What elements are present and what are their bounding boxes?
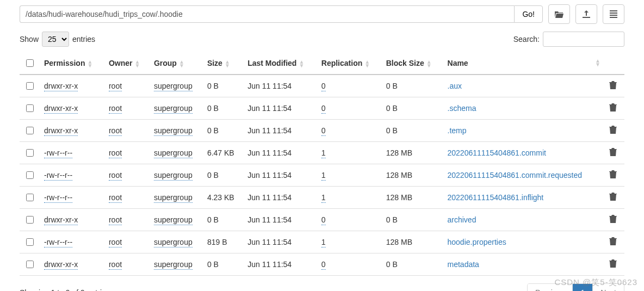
upload-button[interactable]: [575, 4, 597, 24]
replication-cell[interactable]: 1: [321, 171, 326, 181]
view-mode-button[interactable]: [603, 4, 624, 24]
lastmod-cell: Jun 11 11:54: [243, 164, 317, 187]
replication-cell[interactable]: 1: [321, 238, 326, 247]
permission-cell[interactable]: -rw-r--r--: [44, 148, 72, 158]
blocksize-cell: 128 MB: [382, 231, 443, 253]
sort-icon: ▲▼: [299, 60, 304, 67]
replication-cell[interactable]: 1: [321, 193, 326, 203]
page-size-select[interactable]: 25: [42, 32, 69, 47]
row-checkbox[interactable]: [26, 82, 34, 90]
go-button[interactable]: Go!: [514, 5, 543, 23]
replication-cell[interactable]: 0: [321, 260, 326, 270]
col-name[interactable]: Name▲▼: [443, 52, 605, 75]
size-cell: 0 B: [203, 253, 243, 276]
owner-cell[interactable]: root: [109, 171, 122, 181]
search-input[interactable]: [543, 32, 624, 47]
row-checkbox[interactable]: [26, 149, 34, 157]
row-checkbox[interactable]: [26, 171, 34, 179]
name-link[interactable]: 20220611115404861.commit: [448, 148, 546, 157]
sort-icon: ▲▼: [135, 60, 140, 67]
name-link[interactable]: metadata: [448, 260, 479, 269]
owner-cell[interactable]: root: [109, 104, 122, 114]
name-link[interactable]: 20220611115404861.inflight: [448, 193, 544, 202]
col-blocksize[interactable]: Block Size▲▼: [382, 52, 443, 75]
permission-cell[interactable]: -rw-r--r--: [44, 171, 72, 181]
name-link[interactable]: .aux: [448, 82, 462, 90]
trash-icon: [609, 259, 617, 268]
size-cell: 0 B: [203, 120, 243, 142]
group-cell[interactable]: supergroup: [154, 82, 193, 91]
name-link[interactable]: .schema: [448, 104, 476, 113]
replication-cell[interactable]: 0: [321, 104, 326, 114]
row-checkbox[interactable]: [26, 104, 34, 112]
table-row: -rw-r--r--rootsupergroup6.47 KBJun 11 11…: [20, 142, 624, 164]
group-cell[interactable]: supergroup: [154, 148, 193, 158]
group-cell[interactable]: supergroup: [154, 104, 193, 114]
select-all-checkbox[interactable]: [26, 59, 34, 67]
delete-button[interactable]: [609, 215, 617, 223]
owner-cell[interactable]: root: [109, 260, 122, 270]
row-checkbox[interactable]: [26, 194, 34, 201]
owner-cell[interactable]: root: [109, 148, 122, 158]
row-checkbox[interactable]: [26, 238, 34, 246]
trash-icon: [609, 126, 617, 134]
delete-button[interactable]: [609, 126, 617, 134]
name-link[interactable]: hoodie.properties: [448, 238, 506, 246]
col-replication[interactable]: Replication▲▼: [317, 52, 382, 75]
col-permission[interactable]: Permission▲▼: [40, 52, 104, 75]
delete-button[interactable]: [609, 237, 617, 245]
pager-page-1[interactable]: 1: [572, 284, 592, 291]
row-checkbox[interactable]: [26, 127, 34, 134]
group-cell[interactable]: supergroup: [154, 260, 193, 270]
col-group[interactable]: Group▲▼: [150, 52, 203, 75]
group-cell[interactable]: supergroup: [154, 215, 193, 225]
permission-cell[interactable]: -rw-r--r--: [44, 193, 72, 203]
table-row: drwxr-xr-xrootsupergroup0 BJun 11 11:540…: [20, 120, 624, 142]
delete-button[interactable]: [609, 81, 617, 89]
col-lastmod[interactable]: Last Modified▲▼: [243, 52, 317, 75]
lastmod-cell: Jun 11 11:54: [243, 120, 317, 142]
name-link[interactable]: 20220611115404861.commit.requested: [448, 171, 583, 179]
delete-button[interactable]: [609, 193, 617, 201]
sort-icon: ▲▼: [87, 60, 92, 67]
lastmod-cell: Jun 11 11:54: [243, 75, 317, 97]
group-cell[interactable]: supergroup: [154, 238, 193, 247]
replication-cell[interactable]: 0: [321, 215, 326, 225]
col-size[interactable]: Size▲▼: [203, 52, 243, 75]
path-input[interactable]: [20, 5, 514, 23]
delete-button[interactable]: [609, 103, 617, 112]
row-checkbox[interactable]: [26, 216, 34, 224]
trash-icon: [609, 81, 617, 89]
owner-cell[interactable]: root: [109, 238, 122, 247]
group-cell[interactable]: supergroup: [154, 193, 193, 203]
group-cell[interactable]: supergroup: [154, 171, 193, 181]
replication-cell[interactable]: 0: [321, 82, 326, 91]
group-cell[interactable]: supergroup: [154, 126, 193, 136]
permission-cell[interactable]: drwxr-xr-x: [44, 104, 78, 114]
pager-next[interactable]: Next: [592, 284, 624, 291]
permission-cell[interactable]: drwxr-xr-x: [44, 82, 78, 91]
open-folder-button[interactable]: [548, 4, 570, 24]
owner-cell[interactable]: root: [109, 215, 122, 225]
delete-button[interactable]: [609, 259, 617, 268]
pager-previous[interactable]: Previous: [528, 284, 572, 291]
name-link[interactable]: .temp: [448, 126, 467, 135]
permission-cell[interactable]: drwxr-xr-x: [44, 260, 78, 270]
replication-cell[interactable]: 1: [321, 148, 326, 158]
replication-cell[interactable]: 0: [321, 126, 326, 136]
delete-button[interactable]: [609, 170, 617, 178]
size-cell: 0 B: [203, 164, 243, 187]
col-owner[interactable]: Owner▲▼: [104, 52, 150, 75]
folder-open-icon: [555, 10, 564, 18]
row-checkbox[interactable]: [26, 261, 34, 268]
permission-cell[interactable]: drwxr-xr-x: [44, 126, 78, 136]
owner-cell[interactable]: root: [109, 82, 122, 91]
permission-cell[interactable]: -rw-r--r--: [44, 238, 72, 247]
owner-cell[interactable]: root: [109, 126, 122, 136]
owner-cell[interactable]: root: [109, 193, 122, 203]
list-icon: [610, 10, 617, 18]
table-info-text: Showing 1 to 9 of 9 entries: [20, 288, 110, 291]
delete-button[interactable]: [609, 148, 617, 156]
permission-cell[interactable]: drwxr-xr-x: [44, 215, 78, 225]
name-link[interactable]: archived: [448, 215, 476, 224]
